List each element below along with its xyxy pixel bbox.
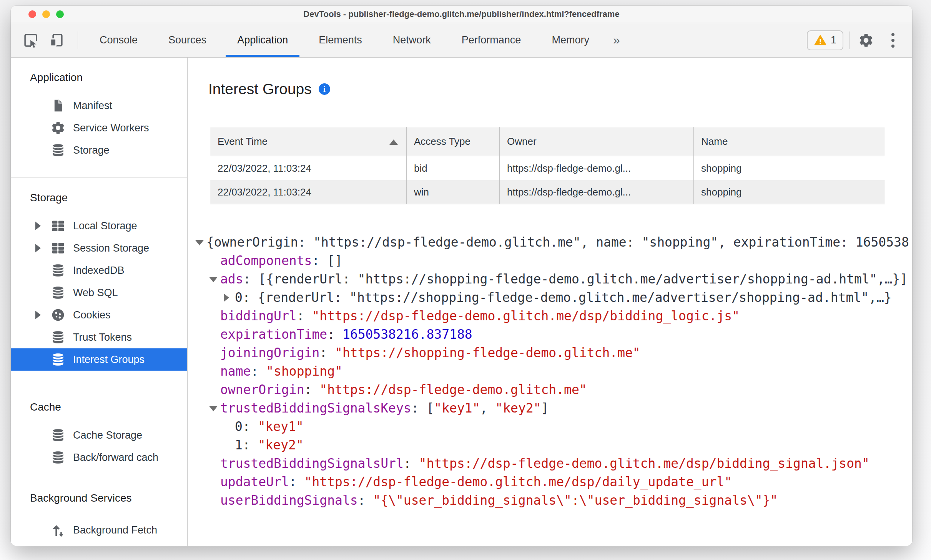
collapse-icon[interactable] — [209, 406, 218, 411]
sidebar-item-service-workers[interactable]: Service Workers — [11, 117, 187, 139]
sidebar-item-back-forward-cache[interactable]: Back/forward cach — [11, 446, 187, 469]
expand-icon[interactable] — [35, 244, 41, 252]
application-sidebar: Application Manifest Servi — [11, 58, 188, 546]
sidebar-item-interest-groups[interactable]: Interest Groups — [11, 348, 187, 371]
tree-row[interactable]: 1: "key2" — [188, 436, 912, 454]
column-header-access-type[interactable]: Access Type — [407, 127, 500, 156]
gear-icon — [50, 120, 66, 136]
sidebar-item-storage[interactable]: Storage — [11, 139, 187, 161]
info-icon[interactable] — [319, 83, 330, 95]
sidebar-item-indexeddb[interactable]: IndexedDB — [11, 259, 187, 282]
tab-console[interactable]: Console — [84, 23, 153, 57]
table-row[interactable]: 22/03/2022, 11:03:24 win https://dsp-fle… — [210, 180, 885, 204]
database-icon — [50, 351, 66, 368]
sidebar-item-local-storage[interactable]: Local Storage — [11, 215, 187, 237]
tab-sources[interactable]: Sources — [153, 23, 222, 57]
database-icon — [50, 262, 66, 278]
desktop: { "window": { "title": "DevTools - publi… — [0, 0, 931, 560]
tab-network[interactable]: Network — [377, 23, 446, 57]
section-storage: Storage Local Storage Sess — [11, 178, 187, 387]
tree-row[interactable]: 0: "key1" — [188, 418, 912, 436]
cell-access-type: win — [407, 180, 500, 204]
devtools-content: Application Manifest Servi — [11, 58, 912, 546]
section-header-application: Application — [11, 71, 187, 84]
sidebar-item-background-fetch[interactable]: Background Fetch — [11, 519, 187, 541]
tree-row[interactable]: updateUrl: "https://dsp-fledge-demo.glit… — [188, 473, 912, 491]
sidebar-item-label: Back/forward cach — [73, 452, 158, 464]
tree-row[interactable]: biddingUrl: "https://dsp-fledge-demo.gli… — [188, 307, 912, 325]
column-header-owner[interactable]: Owner — [500, 127, 694, 156]
kebab-menu-icon[interactable] — [884, 30, 901, 50]
sidebar-item-trust-tokens[interactable]: Trust Tokens — [11, 326, 187, 348]
close-button[interactable] — [28, 10, 36, 18]
sidebar-item-label: Storage — [73, 144, 110, 156]
table-icon — [50, 240, 66, 256]
interest-groups-table: Event Time Access Type Owner Name — [210, 127, 885, 204]
cell-event-time: 22/03/2022, 11:03:24 — [210, 156, 407, 180]
tree-row[interactable]: expirationTime: 1650538216.837188 — [188, 325, 912, 344]
database-icon — [50, 427, 66, 443]
cell-name: shopping — [694, 156, 885, 180]
tree-row[interactable]: joiningOrigin: "https://shopping-fledge-… — [188, 344, 912, 362]
sidebar-item-label: Cookies — [73, 309, 111, 321]
sidebar-item-web-sql[interactable]: Web SQL — [11, 282, 187, 304]
table-header-row: Event Time Access Type Owner Name — [210, 127, 885, 156]
zoom-button[interactable] — [56, 10, 64, 18]
expand-icon[interactable] — [224, 293, 229, 302]
tab-elements[interactable]: Elements — [303, 23, 377, 57]
gear-icon[interactable] — [856, 30, 876, 50]
cell-owner: https://dsp-fledge-demo.gl... — [500, 156, 694, 180]
tree-row[interactable]: name: "shopping" — [188, 362, 912, 381]
minimize-button[interactable] — [42, 10, 50, 18]
sidebar-item-session-storage[interactable]: Session Storage — [11, 237, 187, 259]
interest-groups-panel: Interest Groups Event Time Access Type O… — [188, 58, 912, 546]
inspect-icon[interactable] — [21, 30, 41, 50]
tab-memory[interactable]: Memory — [536, 23, 605, 57]
database-icon — [50, 449, 66, 466]
cell-event-time: 22/03/2022, 11:03:24 — [210, 180, 407, 204]
sidebar-item-label: Manifest — [73, 100, 112, 112]
warning-count: 1 — [831, 34, 836, 46]
expand-icon[interactable] — [35, 311, 41, 319]
section-background-services: Background Services Background Fetch — [11, 478, 187, 541]
section-application: Application Manifest Servi — [11, 58, 187, 178]
tree-row[interactable]: {ownerOrigin: "https://dsp-fledge-demo.g… — [188, 233, 912, 252]
column-header-name[interactable]: Name — [694, 127, 885, 156]
tree-row[interactable]: adComponents: [] — [188, 252, 912, 270]
sidebar-item-label: Service Workers — [73, 122, 149, 134]
sidebar-item-label: Background Fetch — [73, 524, 157, 536]
cell-owner: https://dsp-fledge-demo.gl... — [500, 180, 694, 204]
device-toolbar-icon[interactable] — [46, 30, 66, 50]
tree-row[interactable]: ads: [{renderUrl: "https://shopping-fled… — [188, 270, 912, 288]
tree-row[interactable]: userBiddingSignals: "{\"user_bidding_sig… — [188, 491, 912, 510]
sidebar-item-label: Interest Groups — [73, 354, 145, 366]
more-tabs-button[interactable]: » — [605, 23, 628, 57]
sidebar-item-manifest[interactable]: Manifest — [11, 94, 187, 117]
expand-icon[interactable] — [35, 222, 41, 230]
sort-ascending-icon — [389, 139, 398, 145]
tree-row[interactable]: trustedBiddingSignalsUrl: "https://dsp-f… — [188, 454, 912, 473]
section-header-storage: Storage — [11, 191, 187, 205]
sidebar-item-cookies[interactable]: Cookies — [11, 304, 187, 326]
database-icon — [50, 142, 66, 158]
cell-access-type: bid — [407, 156, 500, 180]
tree-row[interactable]: trustedBiddingSignalsKeys: ["key1", "key… — [188, 399, 912, 418]
column-header-event-time[interactable]: Event Time — [210, 127, 407, 156]
tab-application[interactable]: Application — [222, 23, 303, 57]
collapse-icon[interactable] — [195, 240, 204, 245]
issues-warning-badge[interactable]: 1 — [807, 30, 843, 50]
table-row[interactable]: 22/03/2022, 11:03:24 bid https://dsp-fle… — [210, 156, 885, 180]
database-icon — [50, 285, 66, 301]
warning-icon — [814, 34, 827, 47]
window-title: DevTools - publisher-fledge-demo.glitch.… — [303, 9, 619, 19]
section-cache: Cache Cache Storage Back/f — [11, 387, 187, 478]
cookie-icon — [50, 307, 66, 323]
table-icon — [50, 218, 66, 234]
collapse-icon[interactable] — [209, 277, 218, 282]
sidebar-item-cache-storage[interactable]: Cache Storage — [11, 424, 187, 446]
tree-row[interactable]: 0: {renderUrl: "https://shopping-fledge-… — [188, 288, 912, 307]
tree-row[interactable]: ownerOrigin: "https://dsp-fledge-demo.gl… — [188, 381, 912, 399]
tab-performance[interactable]: Performance — [446, 23, 537, 57]
toolbar-divider — [850, 31, 850, 49]
sidebar-item-label: Local Storage — [73, 220, 137, 232]
